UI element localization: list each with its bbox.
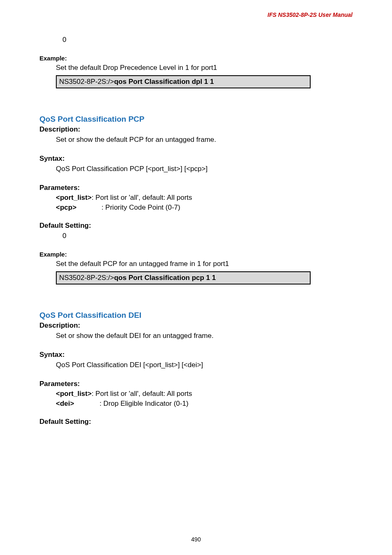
section-title-pcp: QoS Port Classification PCP bbox=[39, 115, 353, 124]
description-text-pcp: Set or show the default PCP for an untag… bbox=[56, 135, 353, 145]
default-label-dei: Default Setting: bbox=[39, 418, 353, 426]
param-desc: : Port list or 'all', default: All ports bbox=[92, 390, 192, 398]
param-desc: : Port list or 'all', default: All ports bbox=[92, 194, 192, 201]
syntax-label-dei: Syntax: bbox=[39, 351, 353, 359]
description-text-dei: Set or show the default DEI for an untag… bbox=[56, 331, 353, 341]
parameters-label-dei: Parameters: bbox=[39, 380, 353, 388]
example-label-pcp: Example: bbox=[39, 251, 353, 258]
parameters-label-pcp: Parameters: bbox=[39, 184, 353, 192]
syntax-label-pcp: Syntax: bbox=[39, 155, 353, 163]
code-cmd: qos Port Classification dpl 1 1 bbox=[114, 78, 214, 86]
param-desc: : Drop Eligible Indicator (0-1) bbox=[99, 400, 188, 407]
param-row-1-dei: <port_list>: Port list or 'all', default… bbox=[56, 390, 353, 398]
code-box-top: NS3502-8P-2S:/>qos Port Classification d… bbox=[56, 75, 311, 88]
example-label-top: Example: bbox=[39, 55, 353, 62]
example-text-top: Set the default Drop Precedence Level in… bbox=[56, 63, 353, 73]
param-name: <dei> bbox=[56, 400, 94, 408]
param-name: <port_list> bbox=[56, 194, 92, 201]
default-value-pcp: 0 bbox=[62, 231, 353, 241]
description-label-pcp: Description: bbox=[39, 125, 353, 134]
param-desc: : Priority Code Point (0-7) bbox=[101, 204, 180, 211]
code-cmd: qos Port Classification pcp 1 1 bbox=[114, 274, 216, 282]
param-row-2-pcp: <pcp> : Priority Code Point (0-7) bbox=[56, 204, 353, 212]
example-text-pcp: Set the default PCP for an untagged fram… bbox=[56, 259, 353, 269]
default-label-pcp: Default Setting: bbox=[39, 222, 353, 230]
header-product: IFS NS3502-8P-2S User Manual bbox=[267, 12, 353, 18]
code-prefix: NS3502-8P-2S:/> bbox=[59, 78, 114, 86]
code-box-pcp: NS3502-8P-2S:/>qos Port Classification p… bbox=[56, 271, 311, 284]
syntax-text-pcp: QoS Port Classification PCP [<port_list>… bbox=[56, 164, 353, 174]
code-prefix: NS3502-8P-2S:/> bbox=[59, 274, 114, 282]
section-title-dei: QoS Port Classification DEI bbox=[39, 311, 353, 320]
description-label-dei: Description: bbox=[39, 321, 353, 330]
param-name: <port_list> bbox=[56, 390, 92, 398]
param-name: <pcp> bbox=[56, 204, 94, 212]
param-row-1-pcp: <port_list>: Port list or 'all', default… bbox=[56, 194, 353, 202]
top-zero: 0 bbox=[62, 35, 353, 45]
page-number: 490 bbox=[0, 536, 392, 543]
syntax-text-dei: QoS Port Classification DEI [<port_list>… bbox=[56, 361, 353, 370]
param-row-2-dei: <dei> : Drop Eligible Indicator (0-1) bbox=[56, 400, 353, 408]
